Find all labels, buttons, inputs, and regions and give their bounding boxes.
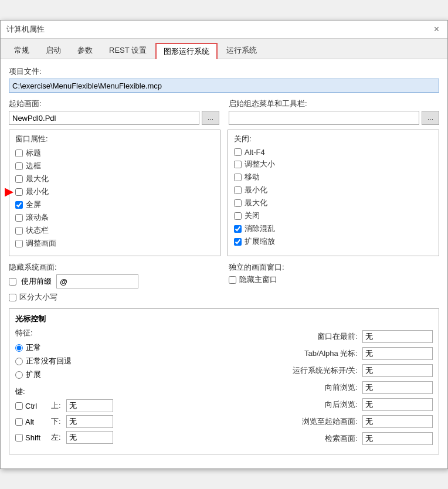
start-menu-col: 启始组态菜单和工具栏: ... [229,99,439,125]
tab-alpha-label: Tab/Alpha 光标: [304,348,358,359]
prop-statusbar-checkbox[interactable] [15,227,23,235]
search-screen-input[interactable] [362,432,433,445]
close-close-checkbox[interactable] [234,212,242,220]
browse-start-input[interactable] [362,415,433,428]
key-ctrl-row: Ctrl 上: [15,399,179,412]
arrow-indicator: ▶ [5,185,13,198]
key-ctrl-checkbox[interactable] [15,402,23,410]
close-altf4-checkbox[interactable] [234,148,242,156]
prop-minimize-checkbox[interactable] [15,188,23,196]
case-sensitive-item: 区分大小写 [9,292,219,303]
key-alt-check: Alt [15,417,47,426]
use-prefix-checkbox[interactable] [9,278,16,286]
key-alt-checkbox[interactable] [15,418,23,426]
key-alt-down-input[interactable] [66,415,113,428]
prop-title-checkbox[interactable] [15,150,23,157]
start-menu-input[interactable] [229,111,419,125]
prop-maximize-label: 最大化 [26,174,49,184]
prefix-row: 使用前缀 [9,274,219,288]
key-shift-left-input[interactable] [66,431,113,444]
prop-scrollbar-checkbox[interactable] [15,214,23,222]
close-button[interactable]: × [432,24,442,35]
prefix-input[interactable] [56,274,138,288]
radio-extended: 扩展 [15,369,179,380]
prop-border-checkbox[interactable] [15,162,23,170]
key-shift-checkbox[interactable] [15,434,23,442]
window-title: 计算机属性 [6,24,45,35]
radio-normal-label: 正常 [26,342,41,353]
prop-fullscreen-item: 全屏 [15,199,214,210]
window-front-input[interactable] [362,330,433,343]
prop-scrollbar-label: 滚动条 [26,212,49,223]
close-clear-checkbox[interactable] [234,225,242,233]
key-up-dir: 上: [51,400,63,411]
prop-statusbar-item: 状态栏 [15,225,214,236]
window-properties-title: 窗口属性: [15,134,214,144]
close-clear-item: 消除混乱 [234,223,433,234]
prop-scrollbar-item: 滚动条 [15,212,214,223]
tab-alpha-row: Tab/Alpha 光标: [179,347,433,360]
close-move-label: 移动 [245,172,260,182]
key-alt-row: Alt 下: [15,415,179,428]
forward-browse-row: 向前浏览: [179,381,433,394]
prop-maximize-item: 最大化 [15,174,214,184]
project-file-input[interactable] [9,79,439,93]
start-screen-browse-btn[interactable]: ... [202,111,219,125]
radio-normal-input[interactable] [15,344,23,352]
radio-normal-no-back-label: 正常没有回退 [26,356,72,366]
hide-system-col: 隐藏系统画面: 使用前缀 区分大小写 [9,262,219,305]
prop-title-label: 标题 [26,148,41,158]
close-altf4-item: Alt-F4 [234,148,433,157]
prop-maximize-checkbox[interactable] [15,175,23,183]
tab-params[interactable]: 参数 [70,42,100,59]
feature-label: 特征: [15,328,179,338]
radio-normal-no-back-input[interactable] [15,358,23,365]
tab-runtime[interactable]: 运行系统 [219,42,264,59]
radio-normal: 正常 [15,342,179,353]
start-menu-browse-btn[interactable]: ... [422,111,439,125]
tab-rest[interactable]: REST 设置 [101,42,154,59]
prop-statusbar-label: 状态栏 [26,225,49,236]
tab-general[interactable]: 常规 [6,42,37,59]
forward-browse-input[interactable] [362,381,433,394]
close-maximize-checkbox[interactable] [234,199,242,207]
runtime-cursor-input[interactable] [362,364,433,377]
prop-minimize-item: 最小化 [15,186,214,197]
key-alt-label: Alt [25,417,34,426]
key-down-dir: 下: [51,416,63,427]
hide-main-checkbox[interactable] [229,276,236,284]
cursor-control-section: 光标控制 特征: 正常 正常没有回退 扩展 键: [9,308,439,454]
tab-alpha-input[interactable] [362,347,433,360]
radio-extended-input[interactable] [15,371,23,379]
close-zoom-checkbox[interactable] [234,238,242,246]
close-zoom-item: 扩展缩放 [234,236,433,247]
case-sensitive-checkbox[interactable] [9,294,16,301]
main-window: 计算机属性 × 常规 启动 参数 REST 设置 图形运行系统 运行系统 项目文… [0,20,448,469]
radio-normal-no-back: 正常没有回退 [15,356,179,366]
prop-border-label: 边框 [26,161,41,171]
close-close-item: 关闭 [234,210,433,221]
hide-main-item: 隐藏主窗口 [229,274,439,285]
tab-graphics[interactable]: 图形运行系统 [155,43,218,59]
tab-content: 项目文件: 起始画面: ... 启始组态菜单和工具栏: ... [1,59,447,468]
close-minimize-item: 最小化 [234,185,433,195]
prop-fullscreen-label: 全屏 [26,199,41,210]
start-menu-input-group: ... [229,111,439,125]
prop-resize-item: 调整画面 [15,238,214,249]
tab-startup[interactable]: 启动 [38,42,69,59]
close-move-checkbox[interactable] [234,174,242,181]
close-altf4-label: Alt-F4 [245,148,265,157]
case-sensitive-label: 区分大小写 [19,292,57,303]
keys-label: 键: [15,386,179,397]
key-ctrl-label: Ctrl [25,402,37,410]
backward-browse-input[interactable] [362,398,433,411]
use-prefix-label: 使用前缀 [21,276,52,287]
close-box: 关闭: Alt-F4 调整大小 移动 最小化 [228,130,439,256]
prop-fullscreen-checkbox[interactable] [15,201,23,209]
close-resize-checkbox[interactable] [234,161,242,168]
start-screen-input[interactable] [9,111,199,125]
key-ctrl-up-input[interactable] [66,399,113,412]
close-minimize-checkbox[interactable] [234,186,242,194]
prop-resize-checkbox[interactable] [15,240,23,247]
key-shift-check: Shift [15,433,47,442]
